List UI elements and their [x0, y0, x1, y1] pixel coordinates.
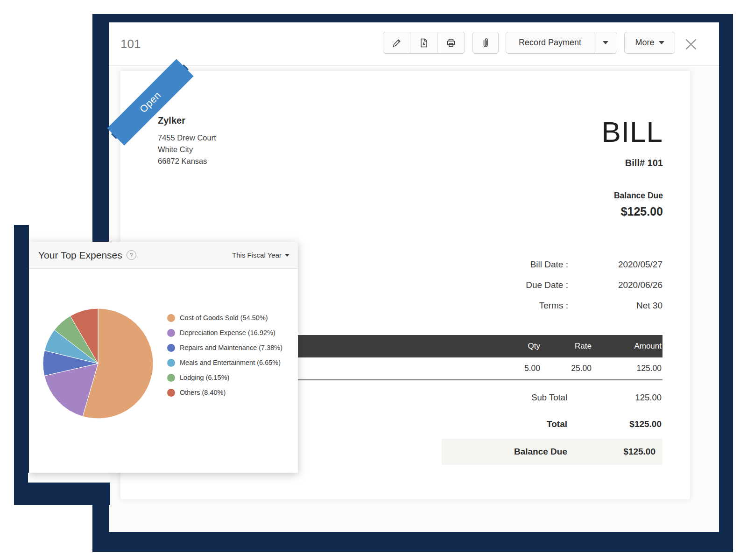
expense-pie: [42, 308, 154, 419]
legend-item: Repairs and Maintenance (7.38%): [167, 340, 282, 355]
help-icon[interactable]: ?: [127, 250, 136, 260]
vendor-address-line: 66872 Kansas: [158, 155, 216, 167]
expenses-frame-gap: [28, 473, 110, 483]
top-expenses-card: Your Top Expenses ? This Fiscal Year Cos…: [29, 242, 298, 473]
legend-label: Repairs and Maintenance (7.38%): [180, 344, 282, 351]
balance-due-row: Balance Due $125.00: [442, 439, 662, 465]
detail-value: 2020/05/27: [569, 259, 662, 270]
legend-dot: [167, 374, 175, 382]
detail-value: Net 30: [569, 300, 662, 311]
print-button[interactable]: [437, 32, 465, 53]
subtotal-value: 125.00: [568, 392, 662, 403]
page-title: 101: [120, 22, 141, 65]
more-label: More: [635, 38, 654, 48]
legend-item: Others (8.40%): [167, 385, 282, 400]
column-qty: Qty: [490, 342, 541, 351]
detail-label: Due Date :: [419, 280, 569, 291]
column-rate: Rate: [541, 342, 592, 351]
legend-dot: [167, 314, 175, 322]
column-amount: Amount: [592, 342, 662, 351]
expenses-frame-bottom: [14, 482, 110, 505]
close-button[interactable]: [684, 37, 698, 51]
legend-item: Meals and Entertainment (6.65%): [167, 355, 282, 370]
period-selector[interactable]: This Fiscal Year: [232, 251, 289, 259]
item-qty: 5.00: [490, 364, 541, 373]
legend-label: Others (8.40%): [180, 389, 226, 396]
legend-dot: [167, 329, 175, 337]
detail-label: Terms :: [419, 300, 569, 311]
edit-button[interactable]: [383, 32, 410, 53]
balance-due-label: Balance Due: [601, 191, 663, 201]
attach-file-button[interactable]: [472, 32, 499, 54]
document-actions-group: [383, 32, 465, 54]
legend-item: Cost of Goods Sold (54.50%): [167, 310, 282, 325]
bill-date-row: Bill Date : 2020/05/27: [419, 259, 662, 270]
expense-legend: Cost of Goods Sold (54.50%)Depreciation …: [167, 310, 282, 400]
expenses-card-title: Your Top Expenses: [38, 250, 122, 261]
more-button[interactable]: More: [624, 32, 675, 54]
due-date-row: Due Date : 2020/06/26: [419, 280, 662, 291]
pdf-file-icon: [418, 37, 430, 49]
legend-label: Cost of Goods Sold (54.50%): [180, 314, 268, 322]
chevron-down-icon: [659, 41, 664, 44]
legend-label: Lodging (6.15%): [180, 374, 229, 381]
item-rate: 25.00: [541, 364, 592, 373]
legend-dot: [167, 359, 175, 367]
period-selector-label: This Fiscal Year: [232, 251, 282, 259]
balance-row-label: Balance Due: [442, 447, 568, 457]
pdf-button[interactable]: [410, 32, 437, 53]
chevron-down-icon: [285, 254, 289, 257]
chevron-down-icon: [603, 41, 608, 44]
item-amount: 125.00: [592, 364, 662, 373]
balance-row-value: $125.00: [568, 447, 662, 457]
bill-header-block: BILL Bill# 101 Balance Due $125.00: [601, 118, 663, 218]
terms-row: Terms : Net 30: [419, 300, 662, 311]
record-payment-button[interactable]: Record Payment: [506, 32, 617, 54]
pencil-icon: [391, 37, 402, 49]
bill-number-label: Bill# 101: [601, 158, 663, 168]
total-value: $125.00: [568, 419, 662, 429]
expenses-card-header: Your Top Expenses ? This Fiscal Year: [29, 242, 298, 269]
vendor-name: Zylker: [158, 115, 216, 126]
vendor-address-line: White City: [158, 144, 216, 155]
detail-value: 2020/06/26: [569, 280, 662, 291]
legend-label: Meals and Entertainment (6.65%): [180, 359, 281, 366]
legend-label: Depreciation Expense (16.92%): [180, 329, 275, 336]
expenses-frame-left: [14, 225, 29, 505]
vendor-address-line: 7455 Drew Court: [158, 132, 216, 144]
record-payment-label: Record Payment: [506, 38, 594, 48]
record-payment-dropdown[interactable]: [594, 32, 617, 53]
balance-due-amount: $125.00: [601, 205, 663, 218]
printer-icon: [445, 37, 457, 49]
legend-dot: [167, 389, 175, 397]
toolbar: 101 Record Payment: [109, 22, 719, 66]
legend-dot: [167, 344, 175, 352]
detail-label: Bill Date :: [419, 259, 569, 270]
vendor-address-block: Zylker 7455 Drew Court White City 66872 …: [158, 115, 216, 167]
document-title: BILL: [601, 118, 663, 147]
legend-item: Lodging (6.15%): [167, 370, 282, 385]
legend-item: Depreciation Expense (16.92%): [167, 325, 282, 340]
close-icon: [685, 38, 697, 50]
paperclip-icon: [480, 37, 491, 49]
bill-details: Bill Date : 2020/05/27 Due Date : 2020/0…: [419, 259, 662, 321]
